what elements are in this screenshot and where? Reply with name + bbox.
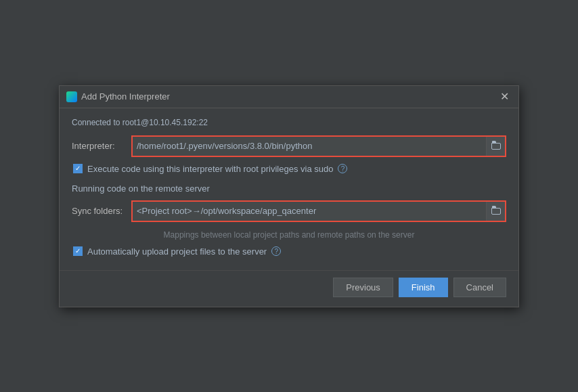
title-bar: Add Python Interpreter ✕ — [60, 86, 518, 108]
cancel-button[interactable]: Cancel — [453, 278, 506, 297]
sync-folders-folder-button[interactable] — [486, 202, 505, 221]
help-icon-sudo[interactable]: ? — [338, 164, 347, 173]
pycharm-icon — [66, 91, 77, 102]
sync-folders-row: Sync folders: <Project root>→/opt/worksp… — [72, 200, 506, 222]
sudo-checkbox-label: Execute code using this interpreter with… — [87, 164, 333, 174]
interpreter-folder-button[interactable] — [486, 137, 505, 156]
checkbox-check-icon: ✓ — [75, 165, 81, 172]
finish-button[interactable]: Finish — [399, 278, 448, 297]
previous-button[interactable]: Previous — [333, 278, 393, 297]
upload-checkbox-label: Automatically upload project files to th… — [87, 246, 267, 257]
dialog-title: Add Python Interpreter — [81, 91, 170, 102]
interpreter-label: Interpreter: — [72, 141, 126, 151]
interpreter-input-container — [131, 135, 506, 157]
sudo-checkbox[interactable]: ✓ — [73, 164, 83, 173]
sync-folders-input-container: <Project root>→/opt/workspace/app_qacent… — [131, 200, 506, 222]
upload-checkbox-check-icon: ✓ — [75, 248, 81, 255]
folder-icon-sync — [491, 208, 501, 215]
dialog-footer: Previous Finish Cancel — [60, 270, 518, 307]
mappings-hint: Mappings between local project paths and… — [72, 230, 506, 240]
section-title: Running code on the remote server — [72, 183, 506, 194]
folder-icon — [491, 143, 501, 150]
upload-checkbox-row: ✓ Automatically upload project files to … — [73, 246, 506, 257]
close-button[interactable]: ✕ — [497, 90, 512, 104]
interpreter-input[interactable] — [133, 137, 486, 156]
title-bar-left: Add Python Interpreter — [66, 91, 170, 102]
sync-folders-label: Sync folders: — [72, 206, 126, 216]
upload-checkbox[interactable]: ✓ — [73, 246, 83, 256]
sudo-checkbox-row: ✓ Execute code using this interpreter wi… — [73, 164, 506, 174]
connected-label: Connected to root1@10.10.45.192:22 — [72, 118, 506, 127]
sync-folders-value[interactable]: <Project root>→/opt/workspace/app_qacent… — [133, 202, 486, 221]
help-icon-upload[interactable]: ? — [271, 246, 281, 256]
add-python-interpreter-dialog: Add Python Interpreter ✕ Connected to ro… — [59, 85, 519, 307]
dialog-content: Connected to root1@10.10.45.192:22 Inter… — [60, 108, 518, 270]
interpreter-row: Interpreter: — [72, 135, 506, 157]
